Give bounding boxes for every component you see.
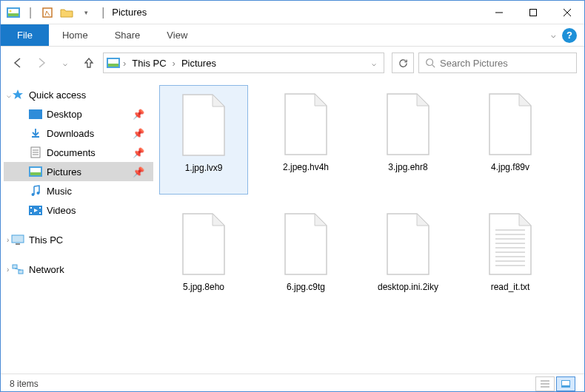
- sidebar-item-desktop[interactable]: Desktop 📌: [4, 104, 153, 124]
- file-pane[interactable]: 1.jpg.lvx92.jpeg.hv4h3.jpg.ehr84.jpg.f89…: [156, 79, 584, 374]
- svg-rect-21: [30, 172, 41, 175]
- tab-view[interactable]: View: [153, 24, 201, 46]
- svg-point-23: [37, 192, 40, 195]
- svg-rect-31: [13, 265, 17, 268]
- maximize-button[interactable]: [516, 1, 550, 24]
- sidebar-item-pictures[interactable]: Pictures 📌: [4, 162, 153, 181]
- ribbon-expand-icon[interactable]: ⌵: [551, 30, 556, 40]
- sidebar-this-pc[interactable]: › This PC: [4, 230, 153, 249]
- up-button[interactable]: [79, 53, 98, 72]
- svg-rect-47: [562, 381, 569, 385]
- svg-rect-30: [16, 243, 20, 245]
- app-icon: [5, 4, 21, 21]
- sidebar-item-downloads[interactable]: Downloads 📌: [4, 124, 153, 143]
- sidebar-item-videos[interactable]: Videos: [4, 200, 153, 220]
- blank-file-icon: [381, 91, 435, 158]
- file-name: 2.jpeg.hv4h: [281, 162, 330, 172]
- forward-button[interactable]: [32, 53, 51, 72]
- sidebar-item-label: This PC: [29, 234, 63, 246]
- this-pc-icon: [11, 234, 24, 246]
- pictures-icon: [29, 166, 42, 178]
- file-name: 1.jpg.lvx9: [184, 163, 224, 173]
- help-icon[interactable]: ?: [562, 28, 577, 43]
- sidebar-item-music[interactable]: Music: [4, 181, 153, 200]
- downloads-icon: [29, 127, 42, 139]
- breadcrumb-dropdown-icon[interactable]: ⌵: [372, 59, 381, 67]
- tab-home[interactable]: Home: [49, 24, 101, 46]
- svg-rect-25: [30, 207, 32, 209]
- sidebar: ⌵ Quick access Desktop 📌 Downloads 📌 Doc…: [1, 79, 156, 374]
- chevron-right-icon[interactable]: ›: [121, 58, 127, 69]
- text-file-icon: [484, 211, 537, 277]
- blank-file-icon: [177, 211, 230, 277]
- minimize-button[interactable]: [482, 1, 516, 24]
- chevron-right-icon[interactable]: ›: [171, 58, 177, 69]
- sidebar-item-label: Music: [47, 186, 72, 197]
- blank-file-icon: [279, 211, 332, 277]
- recent-dropdown[interactable]: ⌵: [56, 53, 75, 72]
- refresh-button[interactable]: [392, 53, 414, 73]
- search-input[interactable]: [440, 58, 570, 69]
- file-item[interactable]: desktop.ini.2iky: [364, 205, 452, 314]
- file-item[interactable]: 6.jpg.c9tg: [261, 205, 350, 314]
- svg-line-33: [15, 268, 21, 270]
- videos-icon: [29, 204, 42, 216]
- file-item[interactable]: 2.jpeg.hv4h: [261, 85, 350, 195]
- addressbar: ⌵ › This PC › Pictures ⌵: [1, 47, 584, 79]
- search-box[interactable]: [418, 53, 577, 73]
- sidebar-item-label: Network: [29, 264, 64, 275]
- star-icon: [11, 89, 24, 101]
- file-name: 5.jpg.8eho: [181, 282, 226, 292]
- file-item[interactable]: read_it.txt: [466, 205, 555, 314]
- sidebar-network[interactable]: › Network: [4, 260, 153, 279]
- svg-line-13: [432, 65, 435, 68]
- file-name: read_it.txt: [489, 282, 532, 292]
- caret-right-icon: ›: [7, 236, 9, 244]
- breadcrumb-part[interactable]: This PC: [129, 58, 169, 69]
- file-name: 4.jpg.f89v: [489, 162, 531, 172]
- blank-file-icon: [177, 92, 230, 158]
- svg-rect-6: [530, 9, 537, 16]
- breadcrumb-part[interactable]: Pictures: [178, 58, 219, 69]
- blank-file-icon: [484, 91, 537, 158]
- breadcrumb[interactable]: › This PC › Pictures ⌵: [103, 53, 384, 73]
- sidebar-item-label: Videos: [47, 205, 76, 216]
- documents-icon: [29, 146, 42, 158]
- svg-rect-14: [29, 109, 42, 119]
- svg-point-3: [10, 10, 12, 12]
- network-icon: [11, 263, 24, 275]
- view-thumbnails-button[interactable]: [556, 376, 575, 391]
- svg-rect-11: [108, 64, 118, 67]
- svg-rect-26: [30, 212, 32, 214]
- sidebar-item-documents[interactable]: Documents 📌: [4, 143, 153, 162]
- sidebar-item-label: Downloads: [47, 128, 94, 139]
- file-item[interactable]: 3.jpg.ehr8: [364, 85, 452, 195]
- search-icon: [425, 58, 435, 68]
- tab-share[interactable]: Share: [101, 24, 154, 46]
- file-tab[interactable]: File: [1, 24, 49, 46]
- file-name: desktop.ini.2iky: [376, 282, 440, 292]
- ribbon: File Home Share View ⌵ ?: [1, 24, 584, 47]
- file-item[interactable]: 1.jpg.lvx9: [159, 85, 248, 195]
- view-details-button[interactable]: [535, 376, 555, 391]
- desktop-icon: [29, 108, 42, 120]
- qat-newfolder-icon[interactable]: [58, 4, 75, 21]
- back-button[interactable]: [8, 53, 27, 72]
- pin-icon: 📌: [133, 166, 144, 178]
- qat-properties-icon[interactable]: [39, 4, 56, 21]
- qat-customize-icon[interactable]: ▾: [78, 4, 94, 21]
- title-separator: |: [101, 6, 104, 19]
- svg-rect-28: [39, 212, 41, 214]
- svg-rect-27: [39, 207, 41, 209]
- titlebar: | ▾ | Pictures: [1, 1, 584, 24]
- sidebar-quick-access[interactable]: ⌵ Quick access: [4, 85, 153, 104]
- close-button[interactable]: [550, 1, 584, 24]
- blank-file-icon: [279, 91, 332, 158]
- file-item[interactable]: 5.jpg.8eho: [159, 205, 248, 314]
- file-item[interactable]: 4.jpg.f89v: [466, 85, 555, 195]
- sidebar-item-label: Quick access: [29, 89, 86, 101]
- window-title: Pictures: [112, 7, 147, 18]
- svg-point-12: [427, 59, 433, 66]
- svg-point-22: [32, 193, 35, 196]
- sidebar-item-label: Desktop: [47, 109, 82, 120]
